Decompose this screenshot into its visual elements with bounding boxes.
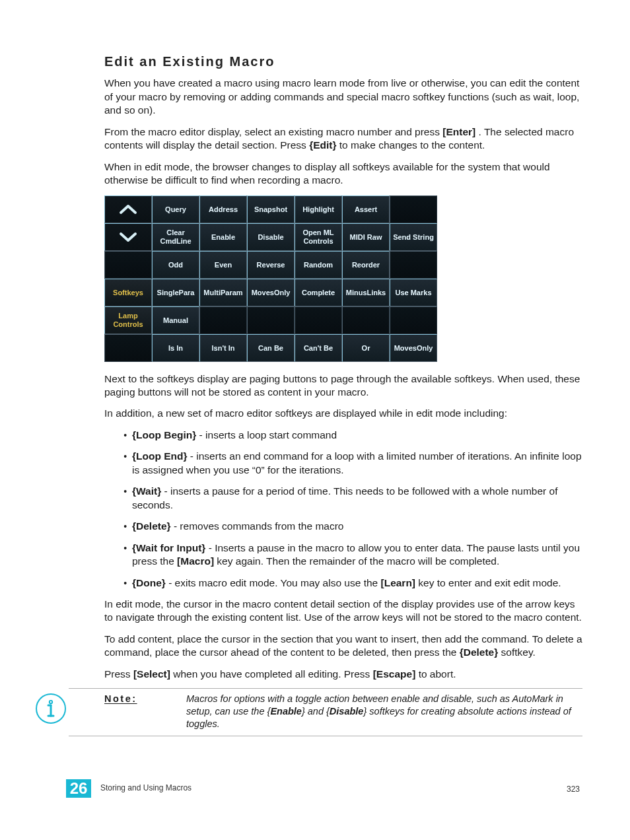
softkey-reorder[interactable]: Reorder	[342, 251, 390, 279]
softkey-address[interactable]: Address	[199, 195, 247, 223]
command-key: {Loop End}	[132, 450, 188, 462]
text: From the macro editor display, select an…	[104, 126, 442, 137]
list-item: {Wait} - inserts a pause for a period of…	[132, 485, 582, 512]
paragraph: Press [Select] when you have completed a…	[104, 668, 582, 681]
note-rule	[69, 736, 582, 736]
section-heading: Edit an Existing Macro	[104, 53, 582, 70]
chapter-title: Storing and Using Macros	[100, 783, 192, 794]
page-up-icon[interactable]	[104, 195, 152, 223]
text: } and {	[302, 706, 330, 717]
softkey-multiparam[interactable]: MultiParam	[199, 279, 247, 306]
softkey-manual[interactable]: Manual	[152, 306, 199, 334]
softkey-empty	[390, 251, 437, 279]
text: to abort.	[419, 668, 456, 680]
command-key: {Done}	[132, 577, 166, 588]
svg-point-0	[50, 701, 52, 703]
paragraph: To add content, place the cursor in the …	[104, 633, 582, 660]
softkey-isn-t-in[interactable]: Isn't In	[199, 334, 247, 362]
softkey-is-in[interactable]: Is In	[152, 334, 199, 362]
softkey-snapshot[interactable]: Snapshot	[247, 195, 295, 223]
softkey-can-t-be[interactable]: Can't Be	[295, 334, 342, 362]
softkey-disable[interactable]: Disable	[247, 223, 295, 251]
softkey-midi-raw[interactable]: MIDI Raw	[342, 223, 390, 251]
command-list: {Loop Begin} - inserts a loop start comm…	[104, 429, 582, 590]
softkey-lamp-controls[interactable]: Lamp Controls	[104, 306, 152, 334]
page-body: Edit an Existing Macro When you have cre…	[104, 53, 582, 754]
list-item: {Loop Begin} - inserts a loop start comm…	[132, 429, 582, 442]
softkey-enable: Enable	[270, 706, 302, 717]
paragraph: When in edit mode, the browser changes t…	[104, 160, 582, 188]
softkey-query[interactable]: Query	[152, 195, 199, 223]
softkey-empty	[247, 306, 295, 334]
chapter-number: 26	[66, 779, 91, 798]
softkey-enable[interactable]: Enable	[199, 223, 247, 251]
softkey-movesonly[interactable]: MovesOnly	[390, 334, 437, 362]
key-select: [Select]	[133, 668, 170, 680]
command-key: [Learn]	[381, 577, 416, 588]
softkey-movesonly[interactable]: MovesOnly	[247, 279, 295, 306]
command-key: {Wait}	[132, 485, 161, 497]
softkey-send-string[interactable]: Send String	[390, 223, 437, 251]
list-item: {Done} - exits macro edit mode. You may …	[132, 577, 582, 590]
page-number: 323	[567, 785, 580, 795]
text: when you have completed all editing. Pre…	[173, 668, 372, 680]
softkey-even[interactable]: Even	[199, 251, 247, 279]
page-down-icon[interactable]	[104, 223, 152, 251]
command-key: [Macro]	[177, 555, 214, 567]
softkey-edit: {Edit}	[309, 139, 336, 151]
softkey-complete[interactable]: Complete	[295, 279, 342, 306]
text: Press	[104, 668, 133, 680]
key-escape: [Escape]	[373, 668, 416, 680]
softkey-disable: Disable	[330, 706, 364, 717]
note-label: Note:	[104, 693, 165, 730]
softkey-softkeys[interactable]: Softkeys	[104, 279, 152, 306]
softkey-grid: QueryAddressSnapshotHighlightAssertClear…	[104, 195, 437, 362]
command-key: {Wait for Input}	[132, 542, 205, 553]
note-block: Note: Macros for options with a toggle a…	[69, 688, 582, 736]
softkey-empty	[104, 334, 152, 362]
paragraph: In edit mode, the cursor in the macro co…	[104, 598, 582, 625]
text: to make changes to the content.	[339, 139, 485, 151]
list-item: {Delete} - removes commands from the mac…	[132, 520, 582, 533]
softkey-clear-cmdline[interactable]: Clear CmdLine	[152, 223, 199, 251]
softkey-random[interactable]: Random	[295, 251, 342, 279]
softkey-empty	[104, 251, 152, 279]
softkey-singlepara[interactable]: SinglePara	[152, 279, 199, 306]
paragraph: When you have created a macro using macr…	[104, 77, 582, 117]
softkey-odd[interactable]: Odd	[152, 251, 199, 279]
paragraph: Next to the softkeys display are paging …	[104, 372, 582, 400]
softkey-empty	[199, 306, 247, 334]
paragraph: From the macro editor display, select an…	[104, 125, 582, 153]
command-key: {Delete}	[132, 520, 171, 532]
softkey-or[interactable]: Or	[342, 334, 390, 362]
info-icon	[36, 693, 66, 724]
softkey-assert[interactable]: Assert	[342, 195, 390, 223]
footer: 26 Storing and Using Macros	[66, 779, 192, 798]
key-enter: [Enter]	[442, 126, 475, 137]
softkey-empty	[390, 195, 437, 223]
softkey-empty	[390, 306, 437, 334]
softkey-reverse[interactable]: Reverse	[247, 251, 295, 279]
list-item: {Loop End} - inserts an end command for …	[132, 450, 582, 477]
text: softkey.	[501, 647, 536, 658]
softkey-open-ml-controls[interactable]: Open ML Controls	[295, 223, 342, 251]
softkey-minuslinks[interactable]: MinusLinks	[342, 279, 390, 306]
paragraph: In addition, a new set of macro editor s…	[104, 407, 582, 420]
softkey-empty	[295, 306, 342, 334]
softkey-can-be[interactable]: Can Be	[247, 334, 295, 362]
softkey-empty	[342, 306, 390, 334]
note-body: Macros for options with a toggle action …	[186, 693, 582, 730]
softkey-delete: {Delete}	[460, 647, 499, 658]
softkey-use-marks[interactable]: Use Marks	[390, 279, 437, 306]
list-item: {Wait for Input} - Inserts a pause in th…	[132, 542, 582, 569]
softkey-highlight[interactable]: Highlight	[295, 195, 342, 223]
command-key: {Loop Begin}	[132, 429, 196, 440]
